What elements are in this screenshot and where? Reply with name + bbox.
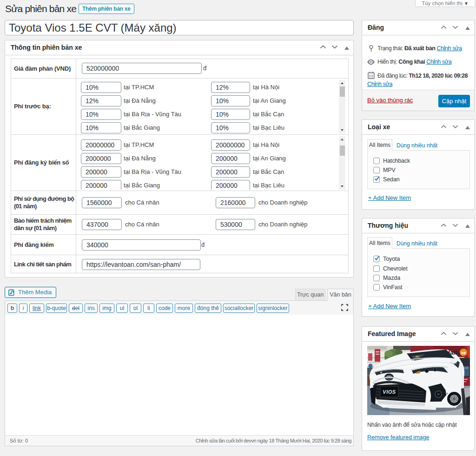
svg-text:VIOS: VIOS <box>383 389 396 395</box>
svg-text:daily: daily <box>446 349 461 356</box>
svg-text:xe: xe <box>461 350 466 355</box>
